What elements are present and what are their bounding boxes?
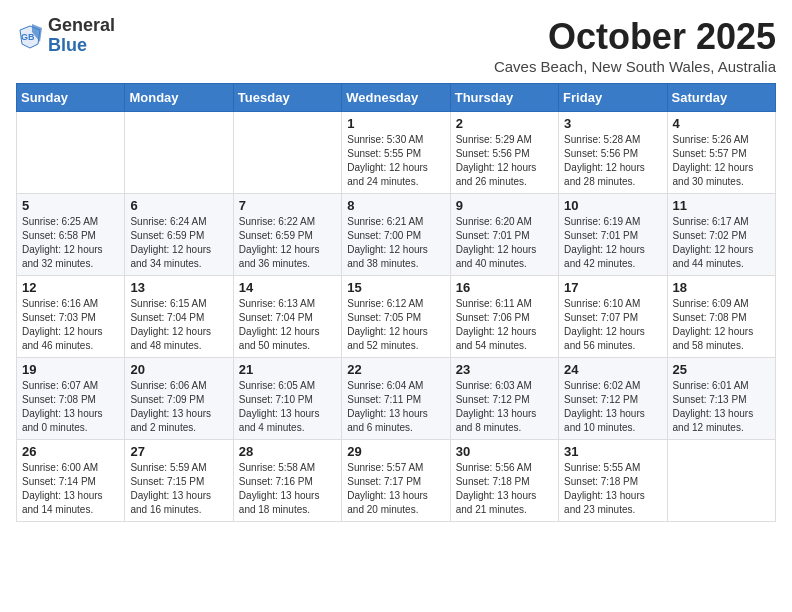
calendar-cell: 23Sunrise: 6:03 AM Sunset: 7:12 PM Dayli…: [450, 358, 558, 440]
day-info: Sunrise: 5:57 AM Sunset: 7:17 PM Dayligh…: [347, 461, 444, 517]
calendar-week-3: 12Sunrise: 6:16 AM Sunset: 7:03 PM Dayli…: [17, 276, 776, 358]
calendar-cell: [125, 112, 233, 194]
calendar-cell: 1Sunrise: 5:30 AM Sunset: 5:55 PM Daylig…: [342, 112, 450, 194]
calendar-cell: [667, 440, 775, 522]
calendar-table: SundayMondayTuesdayWednesdayThursdayFrid…: [16, 83, 776, 522]
day-number: 7: [239, 198, 336, 213]
day-number: 14: [239, 280, 336, 295]
weekday-header-thursday: Thursday: [450, 84, 558, 112]
day-info: Sunrise: 6:06 AM Sunset: 7:09 PM Dayligh…: [130, 379, 227, 435]
day-number: 18: [673, 280, 770, 295]
day-info: Sunrise: 6:24 AM Sunset: 6:59 PM Dayligh…: [130, 215, 227, 271]
calendar-cell: 12Sunrise: 6:16 AM Sunset: 7:03 PM Dayli…: [17, 276, 125, 358]
title-block: October 2025 Caves Beach, New South Wale…: [494, 16, 776, 75]
calendar-week-4: 19Sunrise: 6:07 AM Sunset: 7:08 PM Dayli…: [17, 358, 776, 440]
calendar-cell: 21Sunrise: 6:05 AM Sunset: 7:10 PM Dayli…: [233, 358, 341, 440]
calendar-cell: 5Sunrise: 6:25 AM Sunset: 6:58 PM Daylig…: [17, 194, 125, 276]
weekday-header-row: SundayMondayTuesdayWednesdayThursdayFrid…: [17, 84, 776, 112]
day-info: Sunrise: 6:07 AM Sunset: 7:08 PM Dayligh…: [22, 379, 119, 435]
calendar-cell: 27Sunrise: 5:59 AM Sunset: 7:15 PM Dayli…: [125, 440, 233, 522]
calendar-cell: 31Sunrise: 5:55 AM Sunset: 7:18 PM Dayli…: [559, 440, 667, 522]
calendar-cell: 22Sunrise: 6:04 AM Sunset: 7:11 PM Dayli…: [342, 358, 450, 440]
day-number: 9: [456, 198, 553, 213]
calendar-cell: 17Sunrise: 6:10 AM Sunset: 7:07 PM Dayli…: [559, 276, 667, 358]
day-info: Sunrise: 6:13 AM Sunset: 7:04 PM Dayligh…: [239, 297, 336, 353]
weekday-header-friday: Friday: [559, 84, 667, 112]
weekday-header-saturday: Saturday: [667, 84, 775, 112]
day-info: Sunrise: 6:00 AM Sunset: 7:14 PM Dayligh…: [22, 461, 119, 517]
calendar-week-1: 1Sunrise: 5:30 AM Sunset: 5:55 PM Daylig…: [17, 112, 776, 194]
calendar-cell: 30Sunrise: 5:56 AM Sunset: 7:18 PM Dayli…: [450, 440, 558, 522]
day-info: Sunrise: 5:26 AM Sunset: 5:57 PM Dayligh…: [673, 133, 770, 189]
day-number: 11: [673, 198, 770, 213]
day-info: Sunrise: 5:30 AM Sunset: 5:55 PM Dayligh…: [347, 133, 444, 189]
day-number: 8: [347, 198, 444, 213]
calendar-cell: 4Sunrise: 5:26 AM Sunset: 5:57 PM Daylig…: [667, 112, 775, 194]
svg-text:GB: GB: [21, 32, 35, 42]
day-info: Sunrise: 6:22 AM Sunset: 6:59 PM Dayligh…: [239, 215, 336, 271]
calendar-cell: 15Sunrise: 6:12 AM Sunset: 7:05 PM Dayli…: [342, 276, 450, 358]
day-number: 2: [456, 116, 553, 131]
page-header: GB General Blue October 2025 Caves Beach…: [16, 16, 776, 75]
calendar-cell: 7Sunrise: 6:22 AM Sunset: 6:59 PM Daylig…: [233, 194, 341, 276]
calendar-cell: 18Sunrise: 6:09 AM Sunset: 7:08 PM Dayli…: [667, 276, 775, 358]
day-info: Sunrise: 6:12 AM Sunset: 7:05 PM Dayligh…: [347, 297, 444, 353]
day-number: 31: [564, 444, 661, 459]
calendar-cell: 6Sunrise: 6:24 AM Sunset: 6:59 PM Daylig…: [125, 194, 233, 276]
day-info: Sunrise: 6:02 AM Sunset: 7:12 PM Dayligh…: [564, 379, 661, 435]
day-number: 19: [22, 362, 119, 377]
day-info: Sunrise: 6:25 AM Sunset: 6:58 PM Dayligh…: [22, 215, 119, 271]
day-number: 6: [130, 198, 227, 213]
day-info: Sunrise: 6:03 AM Sunset: 7:12 PM Dayligh…: [456, 379, 553, 435]
day-info: Sunrise: 6:05 AM Sunset: 7:10 PM Dayligh…: [239, 379, 336, 435]
day-number: 10: [564, 198, 661, 213]
day-info: Sunrise: 5:58 AM Sunset: 7:16 PM Dayligh…: [239, 461, 336, 517]
day-info: Sunrise: 6:10 AM Sunset: 7:07 PM Dayligh…: [564, 297, 661, 353]
calendar-cell: 13Sunrise: 6:15 AM Sunset: 7:04 PM Dayli…: [125, 276, 233, 358]
calendar-week-2: 5Sunrise: 6:25 AM Sunset: 6:58 PM Daylig…: [17, 194, 776, 276]
day-number: 30: [456, 444, 553, 459]
calendar-cell: 2Sunrise: 5:29 AM Sunset: 5:56 PM Daylig…: [450, 112, 558, 194]
day-number: 28: [239, 444, 336, 459]
day-info: Sunrise: 6:17 AM Sunset: 7:02 PM Dayligh…: [673, 215, 770, 271]
calendar-cell: 14Sunrise: 6:13 AM Sunset: 7:04 PM Dayli…: [233, 276, 341, 358]
day-info: Sunrise: 5:29 AM Sunset: 5:56 PM Dayligh…: [456, 133, 553, 189]
calendar-cell: 10Sunrise: 6:19 AM Sunset: 7:01 PM Dayli…: [559, 194, 667, 276]
day-number: 13: [130, 280, 227, 295]
logo: GB General Blue: [16, 16, 115, 56]
day-number: 1: [347, 116, 444, 131]
day-number: 29: [347, 444, 444, 459]
calendar-cell: 8Sunrise: 6:21 AM Sunset: 7:00 PM Daylig…: [342, 194, 450, 276]
calendar-cell: 29Sunrise: 5:57 AM Sunset: 7:17 PM Dayli…: [342, 440, 450, 522]
weekday-header-sunday: Sunday: [17, 84, 125, 112]
day-info: Sunrise: 6:11 AM Sunset: 7:06 PM Dayligh…: [456, 297, 553, 353]
calendar-cell: 28Sunrise: 5:58 AM Sunset: 7:16 PM Dayli…: [233, 440, 341, 522]
day-number: 3: [564, 116, 661, 131]
day-info: Sunrise: 5:56 AM Sunset: 7:18 PM Dayligh…: [456, 461, 553, 517]
day-number: 22: [347, 362, 444, 377]
weekday-header-tuesday: Tuesday: [233, 84, 341, 112]
day-number: 5: [22, 198, 119, 213]
calendar-week-5: 26Sunrise: 6:00 AM Sunset: 7:14 PM Dayli…: [17, 440, 776, 522]
day-number: 27: [130, 444, 227, 459]
day-info: Sunrise: 6:01 AM Sunset: 7:13 PM Dayligh…: [673, 379, 770, 435]
logo-text: General Blue: [48, 16, 115, 56]
calendar-cell: 20Sunrise: 6:06 AM Sunset: 7:09 PM Dayli…: [125, 358, 233, 440]
calendar-cell: 24Sunrise: 6:02 AM Sunset: 7:12 PM Dayli…: [559, 358, 667, 440]
day-info: Sunrise: 5:55 AM Sunset: 7:18 PM Dayligh…: [564, 461, 661, 517]
day-number: 21: [239, 362, 336, 377]
day-number: 20: [130, 362, 227, 377]
day-info: Sunrise: 6:09 AM Sunset: 7:08 PM Dayligh…: [673, 297, 770, 353]
calendar-cell: [233, 112, 341, 194]
day-info: Sunrise: 6:15 AM Sunset: 7:04 PM Dayligh…: [130, 297, 227, 353]
month-title: October 2025: [494, 16, 776, 58]
calendar-cell: 9Sunrise: 6:20 AM Sunset: 7:01 PM Daylig…: [450, 194, 558, 276]
calendar-cell: 26Sunrise: 6:00 AM Sunset: 7:14 PM Dayli…: [17, 440, 125, 522]
calendar-cell: [17, 112, 125, 194]
calendar-cell: 11Sunrise: 6:17 AM Sunset: 7:02 PM Dayli…: [667, 194, 775, 276]
calendar-cell: 3Sunrise: 5:28 AM Sunset: 5:56 PM Daylig…: [559, 112, 667, 194]
day-info: Sunrise: 5:28 AM Sunset: 5:56 PM Dayligh…: [564, 133, 661, 189]
weekday-header-monday: Monday: [125, 84, 233, 112]
day-number: 15: [347, 280, 444, 295]
calendar-cell: 25Sunrise: 6:01 AM Sunset: 7:13 PM Dayli…: [667, 358, 775, 440]
